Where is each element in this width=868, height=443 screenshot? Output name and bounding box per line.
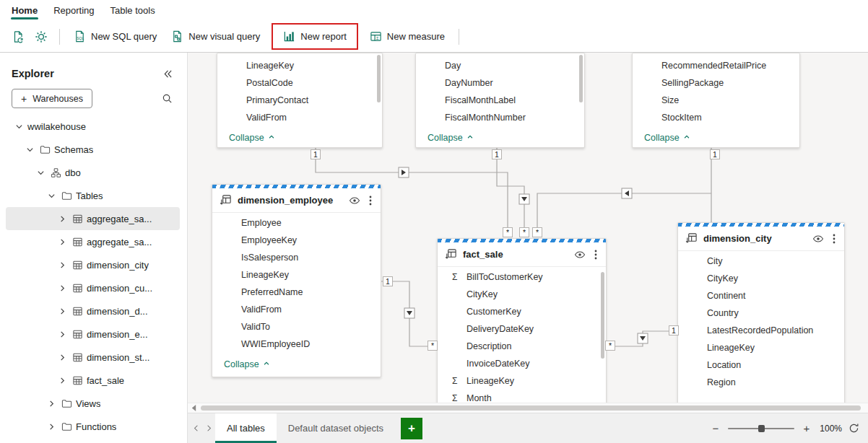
card-header[interactable]: fact_sale xyxy=(438,242,606,267)
collapse-pane-button[interactable] xyxy=(163,69,173,79)
field-row[interactable]: ValidFrom xyxy=(217,109,382,126)
field-row[interactable]: CityKey xyxy=(678,270,844,287)
search-button[interactable] xyxy=(162,93,173,104)
chevron-right-icon[interactable] xyxy=(45,398,57,409)
visibility-eye-icon[interactable] xyxy=(573,247,587,262)
field-row[interactable]: ΣMonth xyxy=(438,390,606,403)
more-options-icon[interactable] xyxy=(368,193,373,208)
chevron-right-icon[interactable] xyxy=(56,236,68,247)
chevron-down-icon[interactable] xyxy=(13,120,25,132)
ribbon-tab-home[interactable]: Home xyxy=(4,0,45,21)
chevron-right-icon[interactable] xyxy=(56,213,68,224)
scrollbar-thumb[interactable] xyxy=(201,405,861,411)
table-card-partial-table-left[interactable]: LineageKeyPostalCodePrimaryContactValidF… xyxy=(217,53,383,148)
zoom-in-button[interactable]: + xyxy=(801,422,812,434)
tree-item-dbo[interactable]: dbo xyxy=(6,161,180,184)
field-row[interactable]: LineageKey xyxy=(217,57,382,74)
field-row[interactable]: CityKey xyxy=(438,286,606,303)
table-card-dimension_city[interactable]: dimension_cityCityCityKeyContinentCountr… xyxy=(677,222,845,403)
field-row[interactable]: StockItem xyxy=(633,109,799,126)
tree-item-tables[interactable]: Tables xyxy=(6,184,180,207)
chevron-down-icon[interactable] xyxy=(45,190,57,201)
field-row[interactable]: Day xyxy=(416,57,584,74)
chevron-right-icon[interactable] xyxy=(56,305,68,317)
chevron-right-icon[interactable] xyxy=(56,351,68,363)
tree-item-aggregate-sa-[interactable]: aggregate_sa... xyxy=(6,230,180,253)
card-scrollbar-thumb[interactable] xyxy=(601,272,604,359)
more-options-icon[interactable] xyxy=(831,232,837,246)
canvas-horizontal-scrollbar[interactable] xyxy=(188,403,868,413)
visibility-eye-icon[interactable] xyxy=(811,232,825,246)
field-row[interactable]: Continent xyxy=(678,287,844,304)
warehouses-button[interactable]: + Warehouses xyxy=(12,89,92,108)
new-sql-query-button[interactable]: SQL New SQL query xyxy=(67,26,163,47)
chevron-right-icon[interactable] xyxy=(56,374,68,386)
tree-item-aggregate-sa-[interactable]: aggregate_sa... xyxy=(6,207,180,230)
table-card-fact_sale[interactable]: fact_saleΣBillToCustomerKeyCityKeyCustom… xyxy=(437,238,607,403)
chevron-right-icon[interactable] xyxy=(56,328,68,340)
collapse-card-link[interactable]: Collapse xyxy=(217,126,382,148)
field-row[interactable]: Size xyxy=(633,92,799,109)
refresh-canvas-button[interactable] xyxy=(849,423,859,434)
field-row[interactable]: ValidFrom xyxy=(212,301,381,318)
field-row[interactable]: IsSalesperson xyxy=(212,249,381,266)
field-row[interactable]: City xyxy=(678,253,844,270)
tree-item-fact-sale[interactable]: fact_sale xyxy=(6,369,180,392)
refresh-document-button[interactable] xyxy=(7,26,29,48)
tree-item-dimension-e-[interactable]: dimension_e... xyxy=(6,323,180,346)
chevron-right-icon[interactable] xyxy=(56,259,68,271)
ribbon-tab-reporting[interactable]: Reporting xyxy=(46,0,101,21)
tab-scroll-right-button[interactable] xyxy=(202,425,215,431)
zoom-slider-knob[interactable] xyxy=(758,425,765,432)
card-scrollbar-thumb[interactable] xyxy=(579,55,583,102)
collapse-card-link[interactable]: Collapse xyxy=(416,126,584,148)
field-row[interactable]: FiscalMonthNumber xyxy=(416,109,584,126)
ribbon-tab-table-tools[interactable]: Table tools xyxy=(103,0,162,21)
table-card-partial-table-middle[interactable]: DayDayNumberFiscalMonthLabelFiscalMonthN… xyxy=(415,53,585,148)
field-row[interactable]: Country xyxy=(678,304,844,322)
card-scrollbar-thumb[interactable] xyxy=(377,55,381,102)
field-row[interactable]: LineageKey xyxy=(212,266,381,284)
chevron-down-icon[interactable] xyxy=(24,144,35,155)
chevron-right-icon[interactable] xyxy=(56,282,68,294)
field-row[interactable]: ΣLineageKey xyxy=(438,372,606,390)
tree-item-wwilakehouse[interactable]: wwilakehouse xyxy=(6,115,180,138)
card-header[interactable]: dimension_employee xyxy=(212,188,381,213)
tree-item-dimension-cu-[interactable]: dimension_cu... xyxy=(6,276,180,299)
tree-item-views[interactable]: Views xyxy=(6,392,180,415)
table-card-partial-table-right[interactable]: RecommendedRetailPriceSellingPackageSize… xyxy=(632,53,800,148)
zoom-slider[interactable] xyxy=(728,424,794,434)
new-visual-query-button[interactable]: New visual query xyxy=(165,26,266,47)
field-row[interactable]: PostalCode xyxy=(217,74,382,92)
new-report-button[interactable]: New report xyxy=(277,26,353,47)
field-row[interactable]: DeliveryDateKey xyxy=(438,320,606,338)
field-row[interactable]: EmployeeKey xyxy=(212,232,381,249)
collapse-card-link[interactable]: Collapse xyxy=(212,353,381,376)
tree-item-schemas[interactable]: Schemas xyxy=(6,138,180,161)
field-row[interactable]: SellingPackage xyxy=(633,74,799,92)
scroll-left-button[interactable] xyxy=(188,405,199,411)
visibility-eye-icon[interactable] xyxy=(347,193,362,208)
tree-item-dimension-st-[interactable]: dimension_st... xyxy=(6,346,180,369)
field-row[interactable]: Description xyxy=(438,338,606,355)
field-row[interactable]: RecommendedRetailPrice xyxy=(633,57,799,74)
field-row[interactable]: DayNumber xyxy=(416,74,584,92)
model-canvas[interactable]: LineageKeyPostalCodePrimaryContactValidF… xyxy=(188,53,868,403)
field-row[interactable]: Location xyxy=(678,356,844,374)
chevron-right-icon[interactable] xyxy=(45,421,57,432)
collapse-card-link[interactable]: Collapse xyxy=(633,126,799,148)
tree-item-dimension-d-[interactable]: dimension_d... xyxy=(6,299,180,323)
new-measure-button[interactable]: Σ New measure xyxy=(363,26,451,47)
table-card-dimension_employee[interactable]: dimension_employeeEmployeeEmployeeKeyIsS… xyxy=(212,184,381,377)
field-row[interactable]: ValidTo xyxy=(212,318,381,335)
bottom-tab-default-dataset-objects[interactable]: Default dataset objects xyxy=(277,413,395,443)
tab-scroll-left-button[interactable] xyxy=(189,425,202,431)
chevron-down-icon[interactable] xyxy=(35,167,46,178)
zoom-out-button[interactable]: − xyxy=(710,422,721,434)
more-options-icon[interactable] xyxy=(593,247,599,262)
settings-button[interactable] xyxy=(30,26,52,48)
card-header[interactable]: dimension_city xyxy=(678,227,844,251)
field-row[interactable]: LatestRecordedPopulation xyxy=(678,322,844,339)
field-row[interactable]: Employee xyxy=(212,214,381,232)
field-row[interactable]: Region xyxy=(678,374,844,391)
